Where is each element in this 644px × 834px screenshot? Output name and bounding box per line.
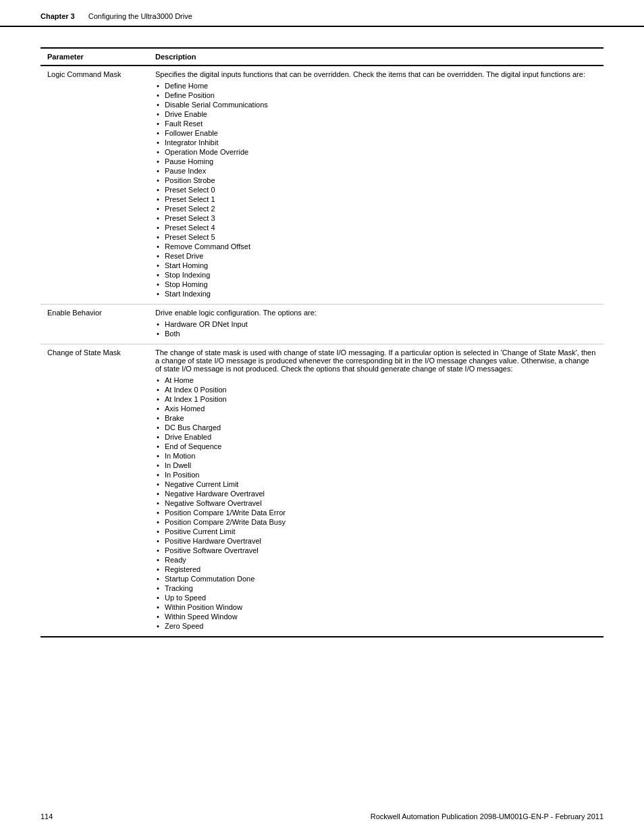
col-desc-header: Description bbox=[149, 48, 603, 66]
list-item: Drive Enable bbox=[155, 109, 597, 119]
chapter-title: Configuring the Ultra3000 Drive bbox=[88, 12, 192, 20]
list-item: At Home bbox=[155, 375, 597, 385]
list-item: Preset Select 0 bbox=[155, 185, 597, 194]
list-item: Registered bbox=[155, 565, 597, 574]
list-item: Fault Reset bbox=[155, 119, 597, 128]
page-header: Chapter 3 Configuring the Ultra3000 Driv… bbox=[0, 0, 644, 27]
desc-intro: Specifies the digital inputs functions t… bbox=[155, 70, 597, 78]
list-item: Define Home bbox=[155, 81, 597, 90]
param-cell: Change of State Mask bbox=[41, 344, 149, 637]
list-item: Up to Speed bbox=[155, 593, 597, 602]
list-item: Preset Select 5 bbox=[155, 232, 597, 242]
list-item: Remove Command Offset bbox=[155, 242, 597, 251]
list-item: Define Position bbox=[155, 90, 597, 100]
list-item: Zero Speed bbox=[155, 621, 597, 631]
list-item: At Index 0 Position bbox=[155, 385, 597, 394]
main-table: Parameter Description Logic Command Mask… bbox=[41, 47, 603, 637]
list-item: Positive Current Limit bbox=[155, 527, 597, 536]
list-item: At Index 1 Position bbox=[155, 394, 597, 404]
list-item: Pause Homing bbox=[155, 157, 597, 166]
list-item: Startup Commutation Done bbox=[155, 574, 597, 583]
list-item: Disable Serial Communications bbox=[155, 100, 597, 109]
list-item: Reset Drive bbox=[155, 251, 597, 261]
list-item: Both bbox=[155, 329, 597, 338]
list-item: Negative Software Overtravel bbox=[155, 498, 597, 508]
desc-intro: Drive enable logic configuration. The op… bbox=[155, 309, 597, 317]
list-item: Ready bbox=[155, 555, 597, 565]
desc-cell: The change of state mask is used with ch… bbox=[149, 344, 603, 637]
table-row: Change of State MaskThe change of state … bbox=[41, 344, 603, 637]
list-item: DC Bus Charged bbox=[155, 423, 597, 432]
param-cell: Enable Behavior bbox=[41, 305, 149, 344]
list-item: In Motion bbox=[155, 451, 597, 461]
desc-intro: The change of state mask is used with ch… bbox=[155, 348, 597, 373]
desc-cell: Drive enable logic configuration. The op… bbox=[149, 305, 603, 344]
list-item: Within Speed Window bbox=[155, 612, 597, 621]
table-row: Enable BehaviorDrive enable logic config… bbox=[41, 305, 603, 344]
param-cell: Logic Command Mask bbox=[41, 66, 149, 305]
list-item: Tracking bbox=[155, 583, 597, 593]
list-item: Preset Select 2 bbox=[155, 204, 597, 213]
list-item: Integrator Inhibit bbox=[155, 138, 597, 147]
list-item: End of Sequence bbox=[155, 442, 597, 451]
list-item: Pause Index bbox=[155, 166, 597, 176]
page-footer: 114 Rockwell Automation Publication 2098… bbox=[0, 812, 644, 820]
list-item: Hardware OR DNet Input bbox=[155, 319, 597, 329]
bullet-list: At HomeAt Index 0 PositionAt Index 1 Pos… bbox=[155, 375, 597, 631]
table-row: Logic Command MaskSpecifies the digital … bbox=[41, 66, 603, 305]
chapter-label: Chapter 3 bbox=[41, 12, 75, 20]
list-item: Positive Software Overtravel bbox=[155, 546, 597, 555]
list-item: Stop Homing bbox=[155, 280, 597, 289]
list-item: Position Compare 2/Write Data Busy bbox=[155, 517, 597, 527]
list-item: Operation Mode Override bbox=[155, 147, 597, 157]
list-item: Axis Homed bbox=[155, 404, 597, 413]
list-item: Position Strobe bbox=[155, 176, 597, 185]
list-item: In Dwell bbox=[155, 461, 597, 470]
list-item: Start Homing bbox=[155, 261, 597, 270]
list-item: Negative Hardware Overtravel bbox=[155, 489, 597, 498]
list-item: Within Position Window bbox=[155, 602, 597, 612]
bullet-list: Define HomeDefine PositionDisable Serial… bbox=[155, 81, 597, 298]
list-item: Position Compare 1/Write Data Error bbox=[155, 508, 597, 517]
list-item: Preset Select 3 bbox=[155, 213, 597, 223]
list-item: In Position bbox=[155, 470, 597, 479]
list-item: Positive Hardware Overtravel bbox=[155, 536, 597, 546]
desc-cell: Specifies the digital inputs functions t… bbox=[149, 66, 603, 305]
list-item: Drive Enabled bbox=[155, 432, 597, 442]
publication-info: Rockwell Automation Publication 2098-UM0… bbox=[371, 812, 603, 820]
list-item: Preset Select 4 bbox=[155, 223, 597, 232]
list-item: Preset Select 1 bbox=[155, 194, 597, 204]
list-item: Follower Enable bbox=[155, 128, 597, 138]
col-param-header: Parameter bbox=[41, 48, 149, 66]
page-number: 114 bbox=[41, 812, 53, 820]
page-content: Parameter Description Logic Command Mask… bbox=[0, 27, 644, 658]
list-item: Negative Current Limit bbox=[155, 479, 597, 489]
bullet-list: Hardware OR DNet InputBoth bbox=[155, 319, 597, 338]
list-item: Start Indexing bbox=[155, 289, 597, 298]
list-item: Stop Indexing bbox=[155, 270, 597, 280]
list-item: Brake bbox=[155, 413, 597, 423]
